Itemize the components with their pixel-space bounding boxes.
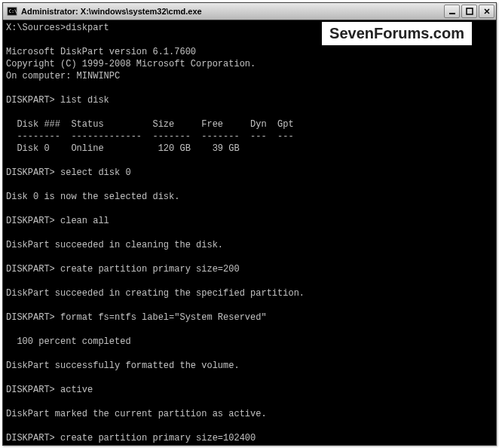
minimize-button[interactable]	[444, 5, 460, 18]
svg-rect-3	[467, 8, 473, 14]
cmd-window: C:\ Administrator: X:\windows\system32\c…	[2, 2, 497, 446]
terminal-output[interactable]: X:\Sources>diskpart Microsoft DiskPart v…	[3, 20, 496, 445]
watermark-label: SevenForums.com	[322, 22, 472, 45]
svg-text:C:\: C:\	[9, 8, 17, 14]
close-button[interactable]	[479, 5, 494, 18]
titlebar[interactable]: C:\ Administrator: X:\windows\system32\c…	[3, 3, 496, 20]
window-controls	[444, 5, 494, 18]
svg-rect-2	[449, 13, 455, 14]
window-title: Administrator: X:\windows\system32\cmd.e…	[21, 7, 444, 16]
cmd-icon: C:\	[6, 5, 18, 17]
maximize-button[interactable]	[461, 5, 477, 18]
